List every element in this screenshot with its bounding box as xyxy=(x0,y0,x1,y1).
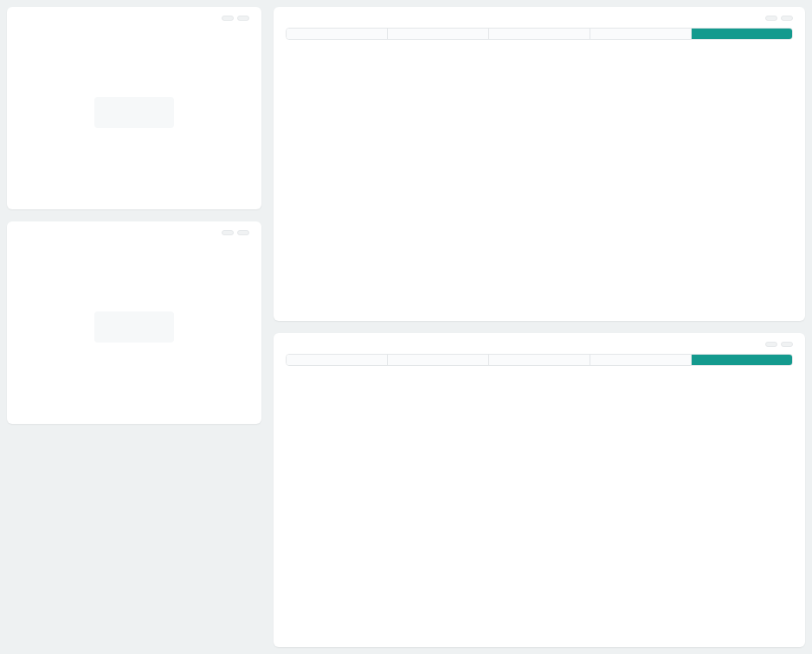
tab-15d[interactable] xyxy=(287,29,388,39)
temperature-value-card xyxy=(7,7,261,209)
pressure-value-card xyxy=(7,221,261,424)
tab-1d[interactable] xyxy=(489,355,590,365)
tab-1d[interactable] xyxy=(489,29,590,39)
badges xyxy=(765,342,793,347)
range-tabs xyxy=(286,28,793,40)
tab-7d[interactable] xyxy=(388,29,489,39)
pressure-value xyxy=(94,311,174,343)
temperature-value xyxy=(94,97,174,128)
badge-p2 xyxy=(222,16,234,21)
badges xyxy=(765,16,793,21)
badge-gy68 xyxy=(237,230,249,235)
tab-7d[interactable] xyxy=(388,355,489,365)
badge-gy68 xyxy=(781,342,793,347)
badge-p2 xyxy=(765,16,777,21)
badges xyxy=(222,16,249,21)
badge-gy68 xyxy=(237,16,249,21)
tab-live[interactable] xyxy=(692,355,792,365)
badge-p2 xyxy=(765,342,777,347)
temperature-chart xyxy=(282,47,796,312)
pressure-chart xyxy=(282,373,796,638)
badges xyxy=(222,230,249,235)
tab-1h[interactable] xyxy=(590,355,692,365)
tab-live[interactable] xyxy=(692,29,792,39)
tab-1h[interactable] xyxy=(590,29,692,39)
badge-p2 xyxy=(222,230,234,235)
temperature-chart-card xyxy=(274,7,805,321)
tab-15d[interactable] xyxy=(287,355,388,365)
badge-gy68 xyxy=(781,16,793,21)
range-tabs xyxy=(286,354,793,366)
pressure-chart-card xyxy=(274,333,805,647)
